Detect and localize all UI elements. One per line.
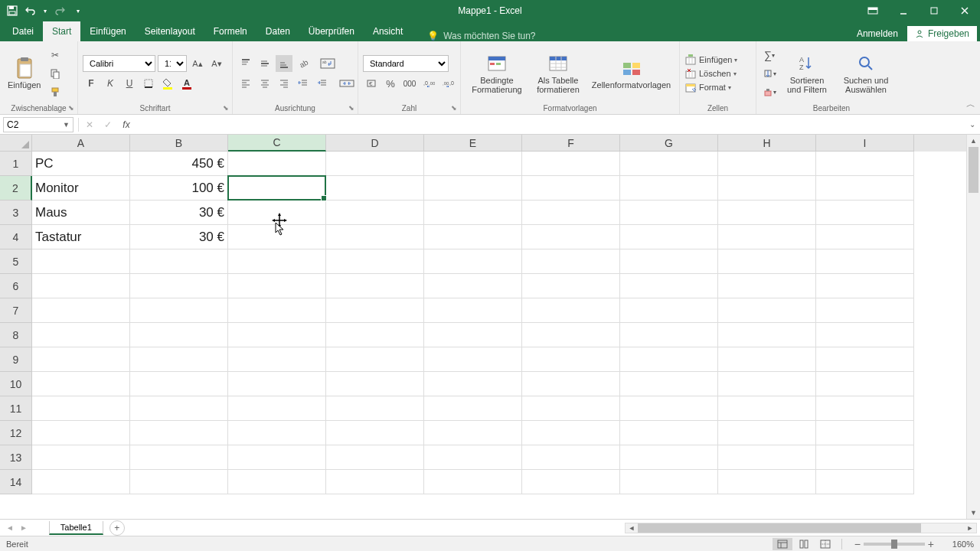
cell[interactable] <box>816 225 914 249</box>
decrease-decimal-icon[interactable]: ,00,0 <box>439 75 456 92</box>
clear-icon[interactable]: ▾ <box>761 83 778 100</box>
number-launcher-icon[interactable]: ⬊ <box>449 103 459 112</box>
cell[interactable] <box>620 249 718 274</box>
cell[interactable] <box>32 396 130 421</box>
maximize-icon[interactable] <box>919 0 949 21</box>
share-button[interactable]: Freigeben <box>907 26 977 41</box>
cell[interactable] <box>130 421 228 445</box>
page-break-view-icon[interactable] <box>815 538 835 550</box>
tab-einfuegen[interactable]: Einfügen <box>80 21 135 41</box>
row-header[interactable]: 5 <box>0 249 32 274</box>
zoom-level[interactable]: 160% <box>942 540 974 549</box>
chevron-down-icon[interactable]: ▼ <box>63 121 70 129</box>
row-header[interactable]: 8 <box>0 323 32 347</box>
cell[interactable] <box>522 421 620 445</box>
zoom-slider[interactable] <box>864 543 925 546</box>
fill-color-icon[interactable] <box>159 75 176 92</box>
cell[interactable] <box>32 470 130 494</box>
cell[interactable] <box>228 249 326 274</box>
row-header[interactable]: 9 <box>0 347 32 372</box>
cell[interactable] <box>620 323 718 347</box>
redo-icon[interactable] <box>52 3 67 18</box>
align-middle-icon[interactable] <box>256 55 273 72</box>
autosum-icon[interactable]: ∑▾ <box>761 47 778 64</box>
row-header[interactable]: 6 <box>0 274 32 298</box>
save-icon[interactable] <box>5 3 20 18</box>
cell[interactable] <box>816 249 914 274</box>
scroll-up-icon[interactable]: ▲ <box>967 135 980 147</box>
tab-start[interactable]: Start <box>43 21 80 41</box>
column-header[interactable]: F <box>522 135 620 152</box>
cell[interactable] <box>326 298 424 323</box>
cell[interactable] <box>228 176 326 201</box>
cell-styles-button[interactable]: Zellenformatvorlagen <box>588 46 675 101</box>
decrease-font-icon[interactable]: A▾ <box>208 55 225 72</box>
undo-icon[interactable] <box>23 3 38 18</box>
column-header[interactable]: E <box>424 135 522 152</box>
cell[interactable] <box>522 225 620 249</box>
signin-link[interactable]: Anmelden <box>849 28 906 39</box>
cell[interactable] <box>522 396 620 421</box>
cell[interactable] <box>522 372 620 396</box>
cell[interactable] <box>522 201 620 225</box>
cell[interactable] <box>522 298 620 323</box>
cell[interactable] <box>620 396 718 421</box>
font-launcher-icon[interactable]: ⬊ <box>221 103 230 112</box>
cell[interactable] <box>32 421 130 445</box>
horizontal-scrollbar[interactable]: ◄ ► <box>625 523 977 533</box>
cell[interactable]: Monitor <box>32 176 130 201</box>
cell[interactable] <box>718 298 816 323</box>
cell[interactable] <box>718 249 816 274</box>
scroll-left-icon[interactable]: ◄ <box>626 523 638 533</box>
cell[interactable] <box>130 274 228 298</box>
underline-button[interactable]: U <box>121 75 138 92</box>
format-as-table-button[interactable]: Als Tabelle formatieren <box>530 46 586 101</box>
cell[interactable] <box>718 152 816 176</box>
cell[interactable]: 450 € <box>130 152 228 176</box>
ribbon-display-icon[interactable] <box>858 0 888 21</box>
paste-button[interactable]: Einfügen <box>5 46 44 101</box>
cell[interactable] <box>424 249 522 274</box>
cell[interactable] <box>130 470 228 494</box>
cell[interactable] <box>326 274 424 298</box>
cell[interactable] <box>620 274 718 298</box>
cell[interactable] <box>620 470 718 494</box>
clipboard-launcher-icon[interactable]: ⬊ <box>67 103 76 112</box>
cell[interactable] <box>620 201 718 225</box>
cell[interactable] <box>130 372 228 396</box>
select-all-corner[interactable] <box>0 135 32 152</box>
cell[interactable]: 100 € <box>130 176 228 201</box>
cell[interactable] <box>718 445 816 470</box>
row-header[interactable]: 14 <box>0 470 32 494</box>
zoom-in-icon[interactable]: + <box>928 538 934 550</box>
cell[interactable] <box>522 152 620 176</box>
cell[interactable] <box>816 323 914 347</box>
column-header[interactable]: D <box>326 135 424 152</box>
cell[interactable] <box>326 225 424 249</box>
cell[interactable] <box>130 323 228 347</box>
scroll-down-icon[interactable]: ▼ <box>967 507 980 519</box>
orientation-icon[interactable]: ab <box>295 55 312 72</box>
vertical-scrollbar[interactable]: ▲ ▼ <box>966 135 980 519</box>
cell[interactable]: 30 € <box>130 225 228 249</box>
number-format-select[interactable]: Standard <box>363 55 449 72</box>
cell[interactable] <box>522 274 620 298</box>
row-header[interactable]: 12 <box>0 421 32 445</box>
sheet-nav-prev-icon[interactable]: ◄ <box>6 523 14 532</box>
zoom-out-icon[interactable]: − <box>854 538 861 550</box>
cell[interactable] <box>718 347 816 372</box>
cell[interactable] <box>326 396 424 421</box>
cell[interactable] <box>522 470 620 494</box>
cell[interactable] <box>326 323 424 347</box>
cell[interactable] <box>718 421 816 445</box>
cell[interactable] <box>326 249 424 274</box>
italic-button[interactable]: K <box>102 75 119 92</box>
sheet-nav-next-icon[interactable]: ► <box>20 523 28 532</box>
cell[interactable] <box>816 347 914 372</box>
close-icon[interactable] <box>949 0 980 21</box>
align-bottom-icon[interactable] <box>276 55 292 72</box>
name-box[interactable]: C2 ▼ <box>3 117 74 132</box>
cell[interactable] <box>228 274 326 298</box>
align-center-icon[interactable] <box>256 75 273 92</box>
increase-decimal-icon[interactable]: ,0,00 <box>420 75 437 92</box>
